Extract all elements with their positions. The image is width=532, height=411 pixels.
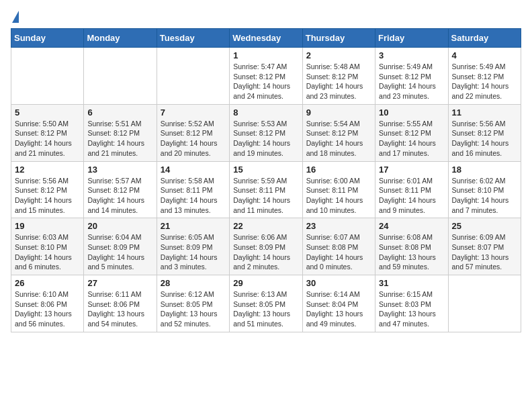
day-number: 10 (379, 107, 444, 118)
calendar-cell: 6Sunrise: 5:51 AM Sunset: 8:12 PM Daylig… (84, 104, 157, 161)
day-number: 14 (161, 165, 226, 175)
day-number: 29 (233, 278, 298, 288)
calendar-cell (157, 48, 229, 105)
calendar-cell (448, 275, 521, 332)
calendar-week-row: 19Sunrise: 6:03 AM Sunset: 8:10 PM Dayli… (11, 218, 521, 275)
calendar-cell: 10Sunrise: 5:55 AM Sunset: 8:12 PM Dayli… (375, 104, 448, 161)
day-info: Sunrise: 6:05 AM Sunset: 8:09 PM Dayligh… (161, 232, 226, 272)
day-number: 27 (87, 278, 152, 288)
calendar-cell: 12Sunrise: 5:56 AM Sunset: 8:12 PM Dayli… (11, 161, 84, 218)
calendar-cell: 21Sunrise: 6:05 AM Sunset: 8:09 PM Dayli… (157, 218, 229, 275)
logo-triangle-icon (12, 11, 19, 23)
day-info: Sunrise: 5:49 AM Sunset: 8:12 PM Dayligh… (379, 62, 444, 101)
day-number: 25 (452, 221, 517, 231)
day-info: Sunrise: 6:04 AM Sunset: 8:09 PM Dayligh… (87, 232, 152, 272)
day-number: 8 (233, 107, 298, 118)
calendar-cell: 5Sunrise: 5:50 AM Sunset: 8:12 PM Daylig… (11, 104, 84, 161)
day-info: Sunrise: 6:12 AM Sunset: 8:05 PM Dayligh… (161, 289, 226, 329)
day-info: Sunrise: 6:10 AM Sunset: 8:06 PM Dayligh… (15, 289, 80, 329)
calendar-day-header: Monday (84, 29, 157, 48)
day-info: Sunrise: 6:06 AM Sunset: 8:09 PM Dayligh… (233, 232, 298, 272)
calendar-day-header: Friday (375, 29, 448, 48)
day-info: Sunrise: 6:09 AM Sunset: 8:07 PM Dayligh… (452, 232, 517, 272)
day-info: Sunrise: 6:03 AM Sunset: 8:10 PM Dayligh… (15, 232, 80, 272)
calendar-day-header: Thursday (302, 29, 375, 48)
calendar-cell: 19Sunrise: 6:03 AM Sunset: 8:10 PM Dayli… (11, 218, 84, 275)
day-number: 12 (15, 165, 80, 175)
day-number: 31 (379, 278, 444, 288)
day-info: Sunrise: 5:56 AM Sunset: 8:12 PM Dayligh… (15, 176, 80, 216)
day-info: Sunrise: 6:14 AM Sunset: 8:04 PM Dayligh… (306, 289, 371, 329)
day-info: Sunrise: 6:01 AM Sunset: 8:11 PM Dayligh… (379, 176, 444, 216)
calendar-cell: 23Sunrise: 6:07 AM Sunset: 8:08 PM Dayli… (302, 218, 375, 275)
day-info: Sunrise: 5:48 AM Sunset: 8:12 PM Dayligh… (306, 62, 371, 101)
calendar-week-row: 12Sunrise: 5:56 AM Sunset: 8:12 PM Dayli… (11, 161, 521, 218)
day-number: 23 (306, 221, 371, 231)
day-info: Sunrise: 5:58 AM Sunset: 8:11 PM Dayligh… (161, 176, 226, 216)
day-info: Sunrise: 5:51 AM Sunset: 8:12 PM Dayligh… (87, 119, 152, 158)
calendar-cell: 28Sunrise: 6:12 AM Sunset: 8:05 PM Dayli… (157, 275, 229, 332)
calendar-cell (11, 48, 84, 105)
calendar-cell: 24Sunrise: 6:08 AM Sunset: 8:08 PM Dayli… (375, 218, 448, 275)
calendar-cell: 8Sunrise: 5:53 AM Sunset: 8:12 PM Daylig… (230, 104, 302, 161)
calendar-cell: 27Sunrise: 6:11 AM Sunset: 8:06 PM Dayli… (84, 275, 157, 332)
day-info: Sunrise: 6:13 AM Sunset: 8:05 PM Dayligh… (233, 289, 298, 329)
day-number: 11 (452, 107, 517, 118)
day-number: 20 (87, 221, 152, 231)
day-number: 24 (379, 221, 444, 231)
day-number: 3 (379, 50, 444, 60)
day-info: Sunrise: 5:54 AM Sunset: 8:12 PM Dayligh… (306, 119, 371, 158)
calendar-day-header: Sunday (11, 29, 84, 48)
calendar-day-header: Saturday (448, 29, 521, 48)
calendar-week-row: 26Sunrise: 6:10 AM Sunset: 8:06 PM Dayli… (11, 275, 521, 332)
calendar-cell: 25Sunrise: 6:09 AM Sunset: 8:07 PM Dayli… (448, 218, 521, 275)
calendar-cell: 18Sunrise: 6:02 AM Sunset: 8:10 PM Dayli… (448, 161, 521, 218)
day-info: Sunrise: 5:57 AM Sunset: 8:12 PM Dayligh… (87, 176, 152, 216)
day-number: 6 (87, 107, 152, 118)
day-number: 13 (87, 165, 152, 175)
calendar-week-row: 5Sunrise: 5:50 AM Sunset: 8:12 PM Daylig… (11, 104, 521, 161)
day-info: Sunrise: 5:50 AM Sunset: 8:12 PM Dayligh… (15, 119, 80, 158)
calendar-cell: 9Sunrise: 5:54 AM Sunset: 8:12 PM Daylig… (302, 104, 375, 161)
calendar-cell: 31Sunrise: 6:15 AM Sunset: 8:03 PM Dayli… (375, 275, 448, 332)
day-info: Sunrise: 5:55 AM Sunset: 8:12 PM Dayligh… (379, 119, 444, 158)
day-info: Sunrise: 6:07 AM Sunset: 8:08 PM Dayligh… (306, 232, 371, 272)
calendar-week-row: 1Sunrise: 5:47 AM Sunset: 8:12 PM Daylig… (11, 48, 521, 105)
day-info: Sunrise: 6:00 AM Sunset: 8:11 PM Dayligh… (306, 176, 371, 216)
calendar-cell: 4Sunrise: 5:49 AM Sunset: 8:12 PM Daylig… (448, 48, 521, 105)
calendar-cell: 1Sunrise: 5:47 AM Sunset: 8:12 PM Daylig… (230, 48, 302, 105)
calendar-cell: 15Sunrise: 5:59 AM Sunset: 8:11 PM Dayli… (230, 161, 302, 218)
calendar-cell: 17Sunrise: 6:01 AM Sunset: 8:11 PM Dayli… (375, 161, 448, 218)
day-number: 22 (233, 221, 298, 231)
day-info: Sunrise: 6:08 AM Sunset: 8:08 PM Dayligh… (379, 232, 444, 272)
day-number: 9 (306, 107, 371, 118)
day-info: Sunrise: 5:47 AM Sunset: 8:12 PM Dayligh… (233, 62, 298, 101)
calendar-cell: 20Sunrise: 6:04 AM Sunset: 8:09 PM Dayli… (84, 218, 157, 275)
calendar-cell: 16Sunrise: 6:00 AM Sunset: 8:11 PM Dayli… (302, 161, 375, 218)
calendar-cell: 14Sunrise: 5:58 AM Sunset: 8:11 PM Dayli… (157, 161, 229, 218)
calendar-day-header: Wednesday (230, 29, 302, 48)
day-number: 26 (15, 278, 80, 288)
calendar-day-header: Tuesday (157, 29, 229, 48)
day-info: Sunrise: 5:59 AM Sunset: 8:11 PM Dayligh… (233, 176, 298, 216)
calendar-cell: 11Sunrise: 5:56 AM Sunset: 8:12 PM Dayli… (448, 104, 521, 161)
page-header (11, 11, 521, 23)
day-info: Sunrise: 6:11 AM Sunset: 8:06 PM Dayligh… (87, 289, 152, 329)
day-info: Sunrise: 5:52 AM Sunset: 8:12 PM Dayligh… (161, 119, 226, 158)
calendar-cell: 2Sunrise: 5:48 AM Sunset: 8:12 PM Daylig… (302, 48, 375, 105)
day-info: Sunrise: 6:15 AM Sunset: 8:03 PM Dayligh… (379, 289, 444, 329)
calendar-cell: 29Sunrise: 6:13 AM Sunset: 8:05 PM Dayli… (230, 275, 302, 332)
day-number: 15 (233, 165, 298, 175)
calendar-cell: 3Sunrise: 5:49 AM Sunset: 8:12 PM Daylig… (375, 48, 448, 105)
day-number: 30 (306, 278, 371, 288)
day-number: 16 (306, 165, 371, 175)
day-number: 28 (161, 278, 226, 288)
logo (11, 11, 19, 23)
calendar-cell: 22Sunrise: 6:06 AM Sunset: 8:09 PM Dayli… (230, 218, 302, 275)
day-number: 7 (161, 107, 226, 118)
calendar-cell (84, 48, 157, 105)
day-info: Sunrise: 5:49 AM Sunset: 8:12 PM Dayligh… (452, 62, 517, 101)
day-number: 1 (233, 50, 298, 60)
day-number: 5 (15, 107, 80, 118)
calendar-header-row: SundayMondayTuesdayWednesdayThursdayFrid… (11, 29, 521, 48)
